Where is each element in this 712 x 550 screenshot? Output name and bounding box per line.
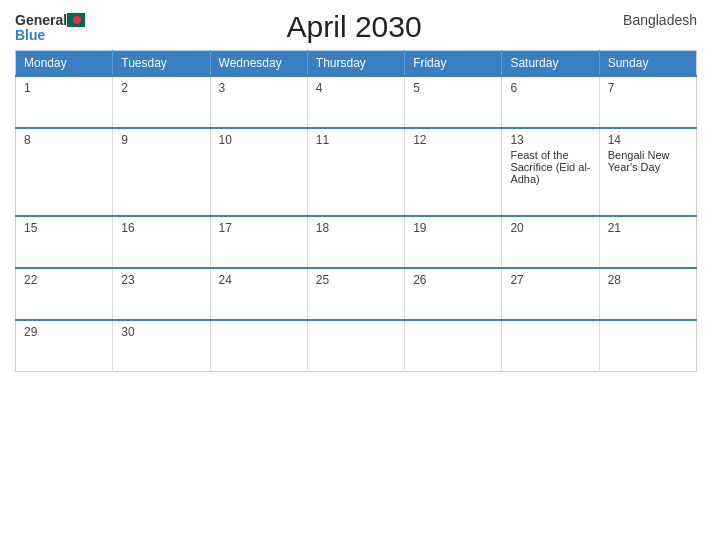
weekday-header-friday: Friday [405,51,502,77]
calendar-table: MondayTuesdayWednesdayThursdayFridaySatu… [15,50,697,372]
calendar-cell: 8 [16,128,113,216]
flag-icon [67,13,85,27]
day-number: 7 [608,81,688,95]
day-number: 6 [510,81,590,95]
day-number: 22 [24,273,104,287]
calendar-cell: 28 [599,268,696,320]
calendar-cell: 21 [599,216,696,268]
weekday-header-sunday: Sunday [599,51,696,77]
calendar-cell [405,320,502,372]
country-label: Bangladesh [623,12,697,28]
day-number: 20 [510,221,590,235]
calendar-cell [307,320,404,372]
weekday-header-tuesday: Tuesday [113,51,210,77]
calendar-cell: 9 [113,128,210,216]
calendar-cell: 17 [210,216,307,268]
calendar-week-row: 15161718192021 [16,216,697,268]
day-number: 24 [219,273,299,287]
day-number: 3 [219,81,299,95]
event-label: Feast of the Sacrifice (Eid al-Adha) [510,149,590,185]
calendar-cell: 1 [16,76,113,128]
calendar-cell: 20 [502,216,599,268]
logo: General Blue [15,11,85,44]
calendar-cell: 19 [405,216,502,268]
weekday-header-saturday: Saturday [502,51,599,77]
calendar-cell: 2 [113,76,210,128]
calendar-header: General Blue April 2030 Bangladesh [15,10,697,44]
day-number: 10 [219,133,299,147]
day-number: 14 [608,133,688,147]
day-number: 29 [24,325,104,339]
calendar-cell: 6 [502,76,599,128]
day-number: 30 [121,325,201,339]
calendar-week-row: 1234567 [16,76,697,128]
day-number: 2 [121,81,201,95]
day-number: 26 [413,273,493,287]
calendar-cell: 5 [405,76,502,128]
weekday-header-row: MondayTuesdayWednesdayThursdayFridaySatu… [16,51,697,77]
weekday-header-thursday: Thursday [307,51,404,77]
calendar-cell: 23 [113,268,210,320]
calendar-cell [210,320,307,372]
day-number: 12 [413,133,493,147]
calendar-cell: 12 [405,128,502,216]
calendar-cell: 27 [502,268,599,320]
day-number: 13 [510,133,590,147]
calendar-title: April 2030 [287,10,422,44]
logo-text: General [15,11,85,28]
day-number: 16 [121,221,201,235]
calendar-cell: 3 [210,76,307,128]
calendar-cell: 7 [599,76,696,128]
calendar-week-row: 8910111213Feast of the Sacrifice (Eid al… [16,128,697,216]
calendar-cell: 10 [210,128,307,216]
calendar-week-row: 2930 [16,320,697,372]
calendar-cell: 18 [307,216,404,268]
day-number: 8 [24,133,104,147]
day-number: 25 [316,273,396,287]
calendar-cell: 4 [307,76,404,128]
calendar-cell: 13Feast of the Sacrifice (Eid al-Adha) [502,128,599,216]
calendar-cell: 26 [405,268,502,320]
calendar-cell: 25 [307,268,404,320]
svg-point-1 [73,16,81,24]
day-number: 18 [316,221,396,235]
weekday-header-monday: Monday [16,51,113,77]
day-number: 27 [510,273,590,287]
day-number: 5 [413,81,493,95]
calendar-cell: 22 [16,268,113,320]
calendar-cell: 24 [210,268,307,320]
day-number: 19 [413,221,493,235]
calendar-cell [599,320,696,372]
calendar-cell [502,320,599,372]
event-label: Bengali New Year's Day [608,149,688,173]
day-number: 28 [608,273,688,287]
day-number: 17 [219,221,299,235]
day-number: 23 [121,273,201,287]
day-number: 1 [24,81,104,95]
calendar-cell: 15 [16,216,113,268]
calendar-week-row: 22232425262728 [16,268,697,320]
calendar-cell: 30 [113,320,210,372]
calendar-cell: 16 [113,216,210,268]
day-number: 11 [316,133,396,147]
weekday-header-wednesday: Wednesday [210,51,307,77]
logo-blue: Blue [15,28,45,43]
day-number: 21 [608,221,688,235]
day-number: 9 [121,133,201,147]
day-number: 4 [316,81,396,95]
day-number: 15 [24,221,104,235]
logo-general: General [15,12,67,28]
calendar-cell: 11 [307,128,404,216]
calendar-cell: 14Bengali New Year's Day [599,128,696,216]
calendar-cell: 29 [16,320,113,372]
